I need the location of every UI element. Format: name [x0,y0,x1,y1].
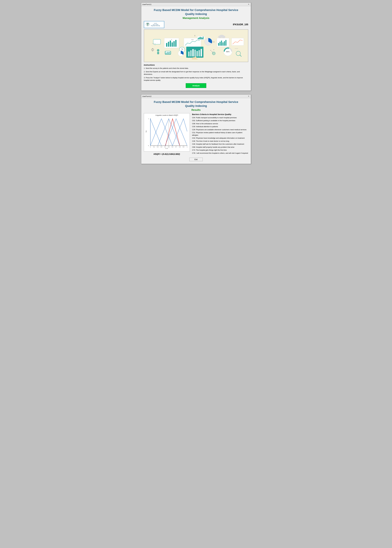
svg-rect-28 [220,42,221,46]
svg-point-71 [235,48,235,49]
instruction-3: 3. Press the "Analyze" button below to d… [144,77,248,81]
svg-rect-32 [225,40,226,46]
hsqfi-value: HSQFI = (0.412,0.604,0.802) [144,153,190,155]
svg-text:20%: 20% [207,42,209,42]
titlebar-label-form2: UserForm12 [142,95,152,97]
svg-point-47 [157,49,159,51]
logo-text: جـامـعـة المـلـك سـعـود King Saud Univer… [151,23,160,26]
barrier-item: C08: How is the ambulance service [192,122,248,125]
barrier-item: C68: Hospital staff properly handle any … [192,146,248,148]
close-button-form2[interactable]: × [247,95,250,97]
svg-text:f(x): f(x) [145,130,147,132]
svg-rect-29 [221,41,222,46]
svg-rect-46 [192,57,193,59]
main-title-line2: Quality Indexing [185,12,207,16]
dashboard-illustration-icon: ... $ $ 100% [146,31,246,59]
svg-rect-55 [166,53,166,54]
instruction-2: 2. Send the Experts an email with the de… [144,70,248,76]
barrier-item: C73: The hospital gets things right the … [192,149,248,151]
svg-text:30%: 30% [180,53,182,54]
svg-rect-84 [200,37,201,39]
close-button-form1[interactable]: × [247,3,250,6]
svg-text:0.4: 0.4 [164,146,166,148]
main-title-form1: Fuzzy Based MCDM Model for Comprehensive… [144,8,248,16]
svg-point-72 [236,48,237,49]
svg-rect-58 [168,52,169,54]
form2-content: Fuzzy Based MCDM Model for Comprehensive… [141,98,251,164]
svg-rect-76 [152,48,153,49]
svg-rect-41 [198,50,200,56]
svg-rect-27 [218,43,219,46]
analyze-btn-row: Analyze [144,83,248,88]
svg-rect-56 [167,52,167,54]
svg-rect-77 [152,51,153,51]
svg-rect-37 [190,50,192,56]
svg-rect-44 [195,56,196,59]
barriers-list: C04: Public transport accessibility to r… [192,116,248,155]
sub-title-form1: Management Analysis [144,17,248,20]
svg-point-60 [210,50,211,51]
svg-rect-85 [201,37,202,39]
svg-point-73 [237,48,238,49]
svg-text:0.1: 0.1 [153,146,155,148]
svg-text:$: $ [171,39,172,40]
chart-title: Linguistic Levels to Match HSQFI [145,114,189,116]
instructions-section: Instructions 1. Send the survey to the p… [144,64,248,82]
titlebar-form2: UserForm12 × [141,95,251,98]
svg-rect-30 [223,42,224,46]
svg-text:0.7: 0.7 [175,146,177,148]
svg-point-69 [154,43,154,44]
svg-rect-39 [194,50,196,56]
instruction-1: 1. Send the survey to the patients and c… [144,67,248,70]
svg-point-79 [218,36,222,38]
barrier-item: C46: Hospital staff ask for feedback fro… [192,143,248,145]
barrier-item: C78: I will recommend this hospital to o… [192,152,248,155]
svg-rect-36 [188,52,189,56]
form1-content: Fuzzy Based MCDM Model for Comprehensive… [141,6,251,91]
svg-text:0.5: 0.5 [168,146,169,148]
svg-point-68 [152,43,153,44]
chart-section: Linguistic Levels to Match HSQFI f(x) 1 … [144,113,190,155]
svg-rect-86 [202,37,203,39]
svg-text:0: 0 [150,146,151,148]
instructions-title: Instructions [144,64,248,66]
analyze-button[interactable]: Analyze [186,83,206,88]
svg-rect-57 [168,52,168,54]
header-row-form1: KSU جـامـعـة المـلـك سـعـود King Saud Un… [144,21,248,28]
exit-button[interactable]: Exit [189,158,203,161]
svg-rect-82 [198,38,199,39]
main-title-line1: Fuzzy Based MCDM Model for Comprehensive… [154,8,238,12]
hsqfi-chart-icon: f(x) 1 0 0 0.1 0.2 [145,117,189,150]
main-title-line1-f2: Fuzzy Based MCDM Model for Comprehensive… [154,100,238,104]
svg-rect-14 [173,41,175,47]
results-title: Results [144,108,248,112]
svg-text:$: $ [194,35,195,37]
userform12-window: UserForm12 × Fuzzy Based MCDM Model for … [141,94,251,164]
exit-btn-row: Exit [144,158,248,161]
svg-rect-34 [231,38,244,45]
svg-rect-13 [172,42,173,47]
logo-emblem-icon: KSU [145,22,150,28]
svg-text:0.6: 0.6 [172,146,173,148]
barrier-item: C28: The time it took to meet doctor is … [192,140,248,142]
svg-text:65 %: 65 % [226,51,230,52]
svg-point-80 [222,36,225,38]
barrier-item: C04: Public transport accessibility to r… [192,116,248,119]
svg-text:0.8: 0.8 [179,146,181,148]
svg-rect-40 [196,51,198,56]
svg-text:30%: 30% [213,42,215,42]
svg-text:1: 1 [148,118,149,119]
barrier-item: C31: Physician review patient medical hi… [192,131,248,136]
svg-text:100%: 100% [191,39,194,40]
userform11-window: UserForm11 × Fuzzy Based MCDM Model for … [141,3,251,91]
main-title-line2-f2: Quality Indexing [185,104,207,107]
svg-point-62 [213,49,214,50]
main-title-form2: Fuzzy Based MCDM Model for Comprehensive… [144,100,248,108]
results-body: Linguistic Levels to Match HSQFI f(x) 1 … [144,113,248,155]
svg-rect-87 [203,37,203,39]
svg-text:1: 1 [187,146,187,148]
svg-text:0.2: 0.2 [157,146,158,148]
svg-rect-48 [157,52,159,54]
svg-rect-45 [193,57,194,59]
svg-rect-42 [201,49,202,56]
